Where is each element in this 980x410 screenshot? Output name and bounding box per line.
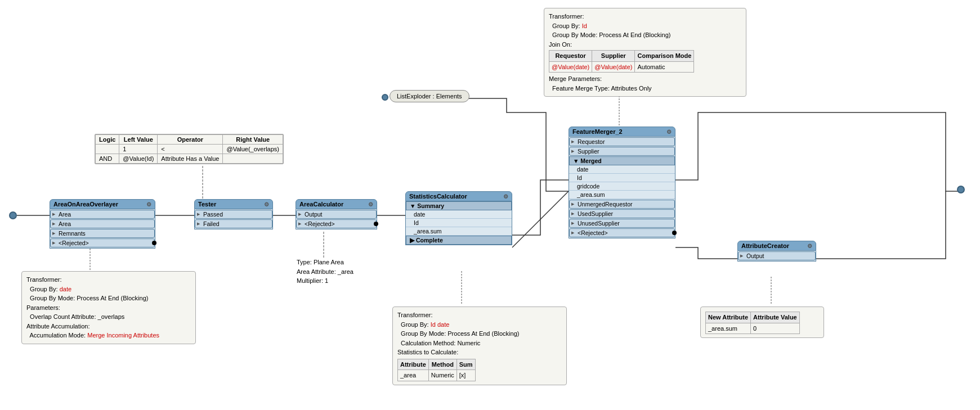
col-attrval: Attribute Value	[751, 312, 800, 323]
tooltip-overlap-count: Overlap Count Attribute: _overlaps	[26, 312, 191, 322]
node-header-areaoverlayer[interactable]: AreaOnAreaOverlayer ⚙	[50, 199, 155, 209]
node-title-tester: Tester	[198, 201, 216, 208]
row1-logic	[96, 145, 119, 154]
node-title-ac: AttributeCreator	[741, 242, 789, 249]
node-header-ac[interactable]: AttributeCreator ⚙	[737, 241, 816, 251]
gear-icon-areacalc[interactable]: ⚙	[368, 201, 373, 208]
attributecreator-tooltip: New Attribute Attribute Value _area.sum …	[700, 307, 824, 338]
fm-featuremergetype: Feature Merge Type: Attributes Only	[549, 84, 741, 93]
row-method-numeric: Numeric	[428, 370, 457, 381]
port-rejected-areaoverlayer: <Rejected>	[50, 238, 155, 247]
areaoverlayer-tooltip: Transformer: Group By: date Group By Mod…	[21, 271, 196, 344]
port-passed: Passed	[195, 210, 272, 219]
attribute-creator-node[interactable]: AttributeCreator ⚙ Output	[737, 241, 816, 262]
list-exploder-label: ListExploder : Elements	[397, 93, 462, 100]
row-areasum-ac: _area.sum	[706, 323, 751, 334]
port-output-areacalc: Output	[296, 210, 377, 219]
col-compmode-hdr: Comparison Mode	[635, 51, 694, 62]
fm-join-table: Requestor Supplier Comparison Mode @Valu…	[549, 50, 694, 73]
port-areasum-stats: _area.sum	[406, 227, 512, 236]
summary-section-header: ▼ Summary	[406, 201, 512, 210]
tooltip-params-label: Parameters:	[26, 303, 191, 313]
port-area-1: Area	[50, 210, 155, 219]
port-id-fm: Id	[569, 174, 675, 182]
port-remnants: Remnants	[50, 229, 155, 238]
note-mult: Multiplier: 1	[297, 276, 353, 286]
tooltip-accum-label: Attribute Accumulation:	[26, 322, 191, 331]
statistics-calculator-node[interactable]: StatisticsCalculator ⚙ ▼ Summary date Id…	[405, 191, 512, 245]
gear-icon-tester[interactable]: ⚙	[264, 201, 269, 208]
stcalc-groupby: Group By: Id date	[397, 320, 562, 330]
note-attr: Area Attribute: _area	[297, 267, 353, 277]
port-areasum-fm: _area.sum	[569, 191, 675, 199]
row2-logic: AND	[96, 154, 119, 164]
fm-groupby: Group By: Id	[549, 21, 741, 31]
tooltip-transformer-label: Transformer:	[26, 275, 191, 285]
row-supplier-val: @Value(date)	[592, 61, 635, 73]
fm-joinon: Join On:	[549, 40, 741, 49]
col-rightvalue: Right Value	[223, 135, 283, 145]
row2-op: Attribute Has a Value	[158, 154, 223, 164]
tooltip-accum-mode: Accumulation Mode: Merge Incoming Attrib…	[26, 331, 191, 340]
col-requestor-hdr: Requestor	[549, 51, 592, 62]
port-unmerged-requestor: UnmergedRequestor	[569, 200, 675, 209]
tester-node[interactable]: Tester ⚙ Passed Failed	[194, 199, 273, 229]
area-calc-note: Type: Plane Area Area Attribute: _area M…	[297, 258, 353, 286]
node-title-areaoverlayer: AreaOnAreaOverlayer	[53, 201, 118, 208]
row1-op: <	[158, 145, 223, 154]
area-on-area-overlayer-node[interactable]: AreaOnAreaOverlayer ⚙ Area Area Remnants…	[50, 199, 155, 249]
area-calculator-node[interactable]: AreaCalculator ⚙ Output <Rejected>	[296, 199, 377, 229]
port-rejected-fm: <Rejected>	[569, 228, 675, 237]
col-sum: Sum	[457, 359, 475, 370]
node-header-statscalc[interactable]: StatisticsCalculator ⚙	[405, 191, 512, 201]
output-connector-fm	[957, 186, 965, 193]
fm-transformer: Transformer:	[549, 12, 741, 21]
port-gridcode-fm: gridcode	[569, 182, 675, 191]
feature-merger-node[interactable]: FeatureMerger_2 ⚙ Requestor Supplier ▼ M…	[569, 127, 675, 238]
row2-rightval	[223, 154, 283, 164]
fm-mergeparams: Merge Parameters:	[549, 74, 741, 84]
row-compmode-val: Automatic	[635, 61, 694, 73]
list-exploder-node[interactable]: ListExploder : Elements	[390, 90, 469, 102]
port-requestor-fm: Requestor	[569, 137, 675, 146]
col-logic: Logic	[96, 135, 119, 145]
gear-icon-fm[interactable]: ⚙	[666, 129, 672, 135]
stcalc-stats-table: Attribute Method Sum _area Numeric [x]	[397, 359, 476, 381]
note-type: Type: Plane Area	[297, 258, 353, 267]
port-unused-supplier: UnusedSupplier	[569, 219, 675, 228]
complete-section-header: ▶ Complete	[406, 236, 512, 245]
gear-icon-statscalc[interactable]: ⚙	[503, 193, 508, 200]
port-id-stats: Id	[406, 219, 512, 227]
tooltip-group-by: Group By: date	[26, 285, 191, 294]
col-operator: Operator	[158, 135, 223, 145]
row-requestor-val: @Value(date)	[549, 61, 592, 73]
node-header-areacalc[interactable]: AreaCalculator ⚙	[296, 199, 377, 209]
col-leftvalue: Left Value	[119, 135, 158, 145]
merged-section-header: ▼ Merged	[569, 156, 675, 165]
port-supplier-fm: Supplier	[569, 147, 675, 156]
col-supplier-hdr: Supplier	[592, 51, 635, 62]
node-header-fm[interactable]: FeatureMerger_2 ⚙	[569, 127, 675, 137]
row-sum-check: [x]	[457, 370, 475, 381]
node-title-fm: FeatureMerger_2	[572, 128, 623, 135]
complete-arrow: ▶	[410, 237, 414, 244]
row1-rightval: @Value(_overlaps)	[223, 145, 283, 154]
node-header-tester[interactable]: Tester ⚙	[194, 199, 273, 209]
port-failed: Failed	[195, 219, 272, 228]
featuremerger-tooltip: Transformer: Group By: Id Group By Mode:…	[544, 8, 746, 97]
port-rejected-areacalc: <Rejected>	[296, 219, 377, 228]
fm-groupmode: Group By Mode: Process At End (Blocking)	[549, 30, 741, 40]
port-used-supplier: UsedSupplier	[569, 209, 675, 218]
stcalc-transformer: Transformer:	[397, 310, 562, 320]
stcalc-calcmethod: Calculation Method: Numeric	[397, 339, 562, 348]
col-method: Method	[428, 359, 457, 370]
col-newattr: New Attribute	[706, 312, 751, 323]
stcalc-groupmode: Group By Mode: Process At End (Blocking)	[397, 329, 562, 339]
tooltip-group-mode: Group By Mode: Process At End (Blocking)	[26, 294, 191, 303]
stcalc-stats-label: Statistics to Calculate:	[397, 348, 562, 357]
port-date-stats: date	[406, 210, 512, 219]
node-title-areacalc: AreaCalculator	[299, 201, 343, 208]
gear-icon-ac[interactable]: ⚙	[807, 243, 812, 249]
statscalc-tooltip: Transformer: Group By: Id date Group By …	[392, 307, 567, 385]
gear-icon-areaoverlayer[interactable]: ⚙	[146, 201, 151, 208]
